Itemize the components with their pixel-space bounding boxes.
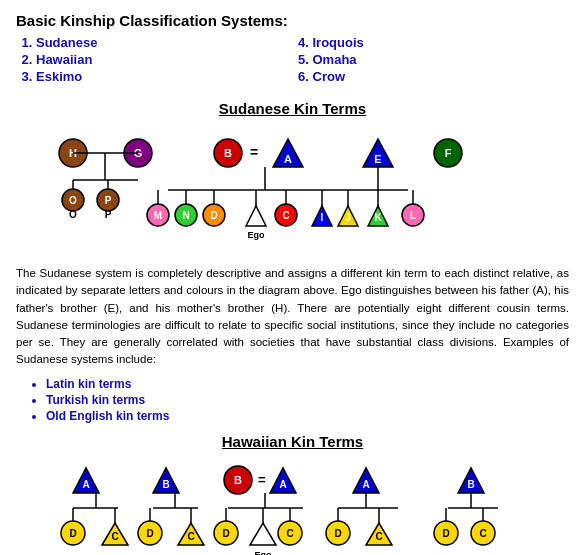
svg-text:I: I [320, 212, 323, 223]
list-item-iroquois[interactable]: Iroquois [313, 35, 570, 50]
svg-text:F: F [444, 147, 451, 159]
svg-text:D: D [146, 528, 153, 539]
sudanese-section-title: Sudanese Kin Terms [16, 100, 569, 117]
svg-text:E: E [374, 153, 381, 165]
svg-marker-33 [246, 206, 266, 226]
svg-text:K: K [374, 212, 382, 223]
list-item-crow[interactable]: Crow [313, 69, 570, 84]
svg-text:O: O [69, 209, 77, 220]
bullet-latin[interactable]: Latin kin terms [46, 377, 569, 391]
list-col-1: Sudanese Hawaiian Eskimo [16, 35, 293, 86]
svg-text:A: A [82, 479, 89, 490]
svg-text:B: B [467, 479, 474, 490]
svg-text:Ego: Ego [247, 230, 265, 240]
svg-text:Ego: Ego [254, 550, 272, 556]
list-item-sudanese[interactable]: Sudanese [36, 35, 293, 50]
list-item-omaha[interactable]: Omaha [313, 52, 570, 67]
svg-text:B: B [162, 479, 169, 490]
svg-text:=: = [250, 144, 258, 160]
svg-marker-89 [250, 523, 276, 545]
sudanese-examples-list: Latin kin terms Turkish kin terms Old En… [46, 377, 569, 423]
svg-text:M: M [153, 210, 161, 221]
svg-text:A: A [279, 479, 286, 490]
svg-text:=: = [258, 472, 266, 487]
list-item-eskimo[interactable]: Eskimo [36, 69, 293, 84]
classification-lists: Sudanese Hawaiian Eskimo Iroquois Omaha … [16, 35, 569, 86]
bullet-old-english[interactable]: Old English kin terms [46, 409, 569, 423]
list-col-2: Iroquois Omaha Crow [293, 35, 570, 86]
svg-text:C: C [286, 528, 293, 539]
page-title: Basic Kinship Classification Systems: [16, 12, 569, 29]
svg-text:C: C [282, 210, 289, 221]
bullet-turkish[interactable]: Turkish kin terms [46, 393, 569, 407]
svg-text:C: C [187, 531, 194, 542]
svg-text:A: A [362, 479, 369, 490]
svg-text:D: D [442, 528, 449, 539]
list-item-hawaiian[interactable]: Hawaiian [36, 52, 293, 67]
svg-text:L: L [409, 210, 415, 221]
hawaiian-section-title: Hawaiian Kin Terms [16, 433, 569, 450]
svg-text:D: D [69, 528, 76, 539]
svg-text:J: J [345, 212, 351, 223]
svg-text:D: D [334, 528, 341, 539]
sudanese-diagram: H G B = A E F O P [16, 125, 569, 255]
svg-text:A: A [284, 153, 292, 165]
hawaiian-diagram: A B B = A A B D C D [16, 458, 569, 556]
svg-text:N: N [182, 210, 189, 221]
svg-text:B: B [234, 474, 242, 486]
svg-text:C: C [375, 531, 382, 542]
svg-text:O: O [69, 195, 77, 206]
sudanese-description: The Sudanese system is completely descri… [16, 265, 569, 369]
svg-text:P: P [104, 209, 111, 220]
svg-text:P: P [104, 195, 111, 206]
svg-text:D: D [210, 210, 217, 221]
svg-text:B: B [224, 147, 232, 159]
svg-text:D: D [222, 528, 229, 539]
svg-text:C: C [479, 528, 486, 539]
svg-text:C: C [111, 531, 118, 542]
